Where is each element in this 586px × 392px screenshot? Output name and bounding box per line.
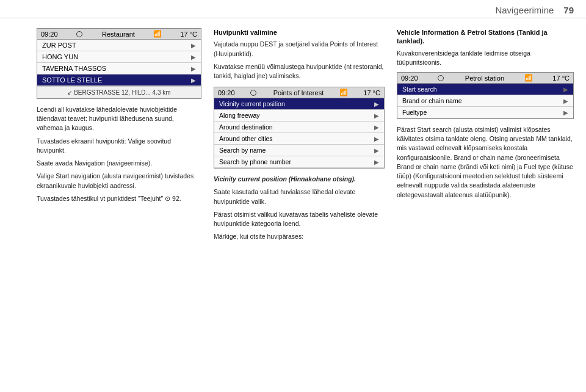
poi-title: Points of Interest [273,89,324,96]
poi-row-5[interactable]: Search by name ▶ [214,145,384,156]
petrol-row-2[interactable]: Brand or chain name ▶ [397,95,573,107]
poi-temp: 17 °C [363,89,380,96]
restaurant-row-3-label: TAVERNA THASSOS [42,65,106,72]
petrol-signal-icon: 📶 [524,74,533,82]
petrol-title: Petrol station [465,74,504,82]
arrow-icon-4: ▶ [191,77,196,84]
vicinity-text2: Pärast otsimist valikud kuvatavas tabeli… [214,210,385,228]
restaurant-nav-screen: 09:20 Restaurant 📶 17 °C ZUR POST ▶ HONG… [37,28,201,99]
poi-clock-icon [250,90,256,96]
poi-row-4-label: Around other cities [219,135,273,142]
poi-row-6-label: Search by phone number [219,158,291,165]
petrol-row-1-label: Start search [402,85,437,93]
vicinity-heading: Vicinity current position (Hinnakohane o… [214,175,356,183]
restaurant-row-4-label: SOTTO LE STELLE [42,76,102,84]
restaurant-row-2[interactable]: HONG YUN ▶ [37,51,201,63]
mid-desc: Kuvatakse menüü võimalustega huvipunktid… [214,62,385,81]
address-arrow: ↙ [67,89,72,96]
arrow-icon-1: ▶ [191,42,196,49]
right-column: Vehicle Information & Petrol Stations (T… [397,28,574,380]
poi-row-4[interactable]: Around other cities ▶ [214,133,384,145]
nav-address: ↙ BERGSTRASSE 12, HILD... 4.3 km [37,86,201,98]
poi-row-1[interactable]: Vicinity current position ▶ [214,98,384,110]
page-title: Navigeerimine [495,5,554,15]
vicinity-text3: Märkige, kui otsite huvipärases: [214,232,385,241]
petrol-arrow-2: ▶ [563,98,568,104]
mid-body-text: Vicinity current position (Hinnakohane o… [214,175,385,241]
poi-row-3[interactable]: Around destination ▶ [214,122,384,133]
petrol-row-3-label: Fueltype [402,109,427,116]
arrow-icon-3: ▶ [191,65,196,72]
poi-row-3-label: Around destination [219,123,273,131]
clock-icon [76,31,82,37]
petrol-arrow-3: ▶ [563,109,568,116]
vicinity-text: Saate kasutada valitud huvialasse läheda… [214,187,385,206]
petrol-temp: 17 °C [552,74,570,82]
restaurant-row-1-label: ZUR POST [42,42,76,49]
poi-arrow-6: ▶ [374,159,379,165]
left-para-5: Tuvastades tähestikul vt punktidest "Tee… [37,194,201,203]
nav-screen-header: 09:20 Restaurant 📶 17 °C [37,29,201,40]
petrol-row-1[interactable]: Start search ▶ [397,84,573,95]
left-para-4: Valige Start navigation (alusta navigeer… [37,172,201,190]
left-body-text: Loendi all kuvatakse lähedalolevate huvi… [37,105,201,203]
main-content: 09:20 Restaurant 📶 17 °C ZUR POST ▶ HONG… [0,18,586,390]
petrol-nav-screen: 09:20 Petrol station 📶 17 °C Start searc… [397,72,574,119]
petrol-row-3[interactable]: Fueltype ▶ [397,107,573,118]
right-description: Kuvakonverentsidega tanklate leidmise ot… [397,49,574,67]
mid-column: Huvipunkti valimine Vajutada nuppu DEST … [214,28,397,380]
poi-screen-header: 09:20 Points of Interest 📶 17 °C [214,87,384,98]
poi-nav-screen: 09:20 Points of Interest 📶 17 °C Vicinit… [214,87,385,169]
right-desc-text: Kuvakonverentsidega tanklate leidmise ot… [397,49,574,67]
page-number: 79 [563,5,574,15]
poi-signal-icon: 📶 [339,89,348,96]
poi-arrow-1: ▶ [374,101,379,107]
signal-icon: 📶 [153,30,162,38]
petrol-arrow-1: ▶ [563,86,568,93]
mid-intro-text: Vajutada nuppu DEST ja soetjärel valida … [214,40,385,58]
right-body-paragraph: Pärast Start search (alusta otsimist) va… [397,125,574,200]
nav-time: 09:20 [41,31,58,38]
left-para-2: Tuvastades ekraanil huvipunkti: Valige s… [37,137,201,155]
petrol-clock-icon [438,75,444,81]
poi-row-5-label: Search by name [219,147,266,154]
mid-intro: Vajutada nuppu DEST ja soetjärel valida … [214,40,385,81]
left-para-1: Loendi all kuvatakse lähedalolevate huvi… [37,105,201,133]
right-body-text: Pärast Start search (alusta otsimist) va… [397,125,574,200]
poi-time: 09:20 [218,89,235,96]
page-header: Navigeerimine 79 [0,0,586,18]
petrol-screen-header: 09:20 Petrol station 📶 17 °C [397,73,573,84]
left-column: 09:20 Restaurant 📶 17 °C ZUR POST ▶ HONG… [37,28,214,380]
nav-title: Restaurant [102,31,135,38]
nav-temp: 17 °C [180,31,197,38]
poi-row-6[interactable]: Search by phone number ▶ [214,156,384,168]
poi-arrow-3: ▶ [374,124,379,131]
right-section-heading-text: Vehicle Information & Petrol Stations (T… [397,29,548,45]
poi-row-2[interactable]: Along freeway ▶ [214,110,384,122]
address-text: BERGSTRASSE 12, HILD... 4.3 km [74,89,170,96]
poi-row-1-label: Vicinity current position [219,100,285,107]
arrow-icon-2: ▶ [191,54,196,60]
restaurant-row-1[interactable]: ZUR POST ▶ [37,40,201,51]
poi-arrow-2: ▶ [374,112,379,119]
mid-section-heading: Huvipunkti valimine [214,28,385,37]
restaurant-row-2-label: HONG YUN [42,53,78,60]
poi-arrow-5: ▶ [374,147,379,154]
poi-arrow-4: ▶ [374,136,379,142]
restaurant-row-4[interactable]: SOTTO LE STELLE ▶ [37,74,201,86]
left-para-3: Saate avada Navigation (navigeerimise). [37,159,201,168]
restaurant-row-3[interactable]: TAVERNA THASSOS ▶ [37,63,201,74]
poi-row-2-label: Along freeway [219,112,260,119]
right-section-heading: Vehicle Information & Petrol Stations (T… [397,28,574,46]
petrol-row-2-label: Brand or chain name [402,97,461,104]
petrol-time: 09:20 [401,74,418,82]
